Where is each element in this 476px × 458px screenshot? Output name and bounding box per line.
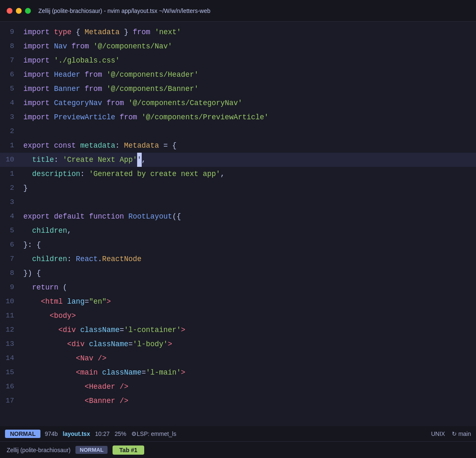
line-content: <Banner /> [22, 394, 128, 408]
line-content: <Header /> [22, 380, 128, 394]
line-content: <main className='l-main'> [22, 365, 185, 380]
line-number: 2 [0, 124, 22, 138]
line-number: 6 [0, 238, 22, 252]
code-line: 8}) { [0, 266, 476, 280]
line-number: 11 [0, 309, 22, 323]
line-content: <div className='l-body'> [22, 337, 172, 351]
line-content: import './globals.css' [22, 53, 120, 68]
line-content: <Nav /> [22, 351, 107, 365]
code-line: 2} [0, 181, 476, 195]
line-number: 9 [0, 280, 22, 294]
window-title: Zellij (polite-brachiosaur) - nvim app/l… [38, 8, 210, 14]
line-content: title: 'Create Next App'', [22, 153, 146, 167]
code-line: 13 <div className='l-body'> [0, 337, 476, 351]
line-content: }: { [22, 238, 41, 252]
line-number: 8 [0, 266, 22, 280]
code-line: 5import Banner from '@/components/Banner… [0, 82, 476, 96]
line-content: export const metadata: Metadata = { [22, 138, 177, 153]
code-line: 17 <Banner /> [0, 394, 476, 408]
line-content: <html lang="en"> [22, 294, 111, 309]
traffic-lights [7, 8, 31, 14]
maximize-button[interactable] [25, 8, 31, 14]
line-number: 10 [0, 153, 22, 167]
line-content: import Banner from '@/components/Banner' [22, 82, 198, 96]
line-number: 7 [0, 53, 22, 68]
line-content: } [22, 181, 28, 195]
status-percent: 25% [115, 430, 126, 437]
line-number: 1 [0, 167, 22, 181]
code-line: 15 <main className='l-main'> [0, 365, 476, 380]
code-line: 12 <div className='l-container'> [0, 323, 476, 337]
status-mode: NORMAL [5, 430, 40, 438]
line-number: 13 [0, 337, 22, 351]
status-position: 10:27 [95, 430, 110, 437]
code-editor: 9import type { Metadata } from 'next'8im… [0, 22, 476, 426]
line-number: 1 [0, 138, 22, 153]
status-right: UNIX ↻main [431, 430, 471, 437]
close-button[interactable] [7, 8, 13, 14]
line-content: children: React.ReactNode [22, 252, 142, 266]
line-number: 12 [0, 323, 22, 337]
minimize-button[interactable] [16, 8, 22, 14]
tab-item-1[interactable]: Tab #1 [113, 445, 144, 455]
code-line: 9import type { Metadata } from 'next' [0, 25, 476, 39]
line-content: <div className='l-container'> [22, 323, 185, 337]
status-filename: layout.tsx [63, 430, 90, 437]
line-content: return ( [22, 280, 67, 294]
code-line: 5 children, [0, 224, 476, 238]
title-bar: Zellij (polite-brachiosaur) - nvim app/l… [0, 0, 476, 22]
code-line: 11 <body> [0, 309, 476, 323]
code-line: 10 <html lang="en"> [0, 294, 476, 309]
line-number: 7 [0, 252, 22, 266]
line-content: export default function RootLayout({ [22, 209, 181, 224]
code-line: 6}: { [0, 238, 476, 252]
line-content: import CategoryNav from '@/components/Ca… [22, 96, 242, 110]
status-branch: ↻main [452, 430, 471, 437]
line-number: 16 [0, 380, 22, 394]
line-number: 15 [0, 365, 22, 380]
code-line: 1 description: 'Generated by create next… [0, 167, 476, 181]
line-number: 4 [0, 96, 22, 110]
code-line: 16 <Header /> [0, 380, 476, 394]
line-number: 5 [0, 224, 22, 238]
code-line: 10 title: 'Create Next App'', [0, 153, 476, 167]
status-size: 974b [45, 430, 58, 437]
line-content: }) { [22, 266, 41, 280]
line-content: import Nav from '@/components/Nav' [22, 39, 172, 53]
code-line: 1export const metadata: Metadata = { [0, 138, 476, 153]
line-content: children, [22, 224, 72, 238]
code-line: 4import CategoryNav from '@/components/C… [0, 96, 476, 110]
code-line: 7import './globals.css' [0, 53, 476, 68]
code-line: 8import Nav from '@/components/Nav' [0, 39, 476, 53]
code-line: 6import Header from '@/components/Header… [0, 68, 476, 82]
line-content: description: 'Generated by create next a… [22, 167, 225, 181]
cursor: ' [137, 153, 142, 167]
line-content: <body> [22, 309, 76, 323]
line-number: 14 [0, 351, 22, 365]
line-number: 4 [0, 209, 22, 224]
status-bar: NORMAL 974b layout.tsx 10:27 25% ⚙LSP: e… [0, 426, 476, 441]
tab-mode-badge: NORMAL [75, 446, 108, 454]
code-line: 7 children: React.ReactNode [0, 252, 476, 266]
line-content: import type { Metadata } from 'next' [22, 25, 181, 39]
status-fileformat: UNIX [431, 430, 445, 437]
line-number: 17 [0, 394, 22, 408]
tab-window-title: Zellij (polite-brachiosaur) [7, 447, 70, 453]
line-number: 5 [0, 82, 22, 96]
line-number: 2 [0, 181, 22, 195]
line-content: import PreviewArticle from '@/components… [22, 110, 268, 124]
code-line: 2 [0, 124, 476, 138]
line-number: 3 [0, 110, 22, 124]
code-lines: 9import type { Metadata } from 'next'8im… [0, 22, 476, 411]
code-line: 9 return ( [0, 280, 476, 294]
line-number: 8 [0, 39, 22, 53]
line-number: 6 [0, 68, 22, 82]
status-lsp: ⚙LSP: emmet_ls [131, 430, 176, 437]
line-content: import Header from '@/components/Header' [22, 68, 198, 82]
code-line: 4export default function RootLayout({ [0, 209, 476, 224]
code-line: 14 <Nav /> [0, 351, 476, 365]
code-line: 3 [0, 195, 476, 209]
tab-bar: Zellij (polite-brachiosaur) NORMAL Tab #… [0, 441, 476, 458]
line-number: 9 [0, 25, 22, 39]
line-number: 3 [0, 195, 22, 209]
